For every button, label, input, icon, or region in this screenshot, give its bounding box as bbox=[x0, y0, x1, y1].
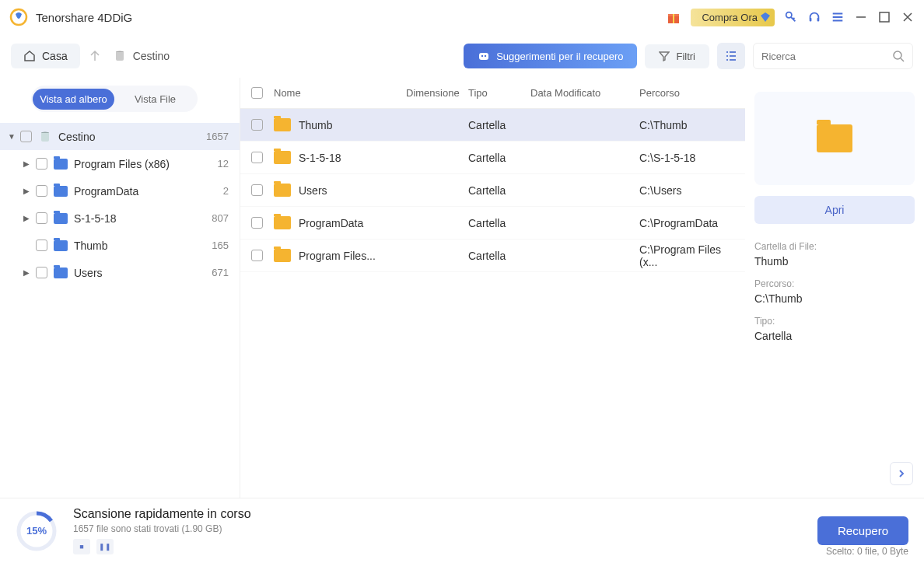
svg-rect-6 bbox=[810, 18, 812, 22]
table-row[interactable]: S-1-5-18 Cartella C:\S-1-5-18 bbox=[240, 142, 745, 174]
row-path: C:\S-1-5-18 bbox=[639, 152, 737, 164]
menu-icon[interactable] bbox=[831, 10, 845, 24]
row-path: C:\Thumb bbox=[639, 119, 737, 131]
view-mode-button[interactable] bbox=[717, 43, 745, 69]
folder-icon bbox=[274, 216, 291, 229]
tree-count: 807 bbox=[212, 212, 229, 224]
row-name: ProgramData bbox=[299, 217, 363, 229]
select-all-checkbox[interactable] bbox=[251, 87, 263, 99]
tree-count: 1657 bbox=[206, 131, 229, 142]
caret-down-icon[interactable]: ▼ bbox=[8, 132, 19, 141]
bot-icon bbox=[478, 50, 490, 62]
row-name: S-1-5-18 bbox=[299, 152, 341, 164]
stop-button[interactable]: ■ bbox=[73, 539, 90, 554]
tree-count: 12 bbox=[218, 158, 229, 170]
checkbox[interactable] bbox=[20, 131, 32, 142]
minimize-button[interactable] bbox=[854, 10, 868, 24]
caret-right-icon[interactable]: ▶ bbox=[23, 159, 34, 168]
maximize-button[interactable] bbox=[877, 10, 891, 24]
sidebar: Vista ad albero Vista File ▼ Cestino 165… bbox=[0, 78, 240, 498]
home-button[interactable]: Casa bbox=[11, 44, 80, 68]
checkbox[interactable] bbox=[251, 217, 263, 229]
checkbox[interactable] bbox=[36, 240, 47, 251]
checkbox[interactable] bbox=[36, 185, 47, 197]
folder-icon bbox=[274, 249, 291, 262]
search-icon bbox=[892, 50, 905, 62]
detail-path-value: C:\Thumb bbox=[754, 292, 915, 305]
home-icon bbox=[23, 50, 36, 62]
row-name: Users bbox=[299, 184, 327, 197]
tree-label: Users bbox=[74, 267, 212, 279]
folder-icon bbox=[54, 268, 68, 278]
table-row[interactable]: Program Files... Cartella C:\Program Fil… bbox=[240, 240, 745, 272]
footer: 15% Scansione rapidamente in corso 1657 … bbox=[0, 498, 924, 563]
trash-icon bbox=[113, 49, 127, 63]
table-row[interactable]: ProgramData Cartella C:\ProgramData bbox=[240, 207, 745, 240]
tree-count: 671 bbox=[212, 267, 229, 278]
search-box[interactable] bbox=[753, 43, 913, 69]
col-path[interactable]: Percorso bbox=[639, 87, 737, 99]
open-button[interactable]: Apri bbox=[754, 196, 915, 224]
close-button[interactable] bbox=[901, 10, 915, 24]
buy-now-button[interactable]: Compra Ora bbox=[691, 9, 775, 26]
detail-path-label: Percorso: bbox=[754, 278, 915, 289]
chevron-right-icon bbox=[897, 469, 906, 478]
checkbox[interactable] bbox=[36, 267, 47, 278]
tree-label: Cestino bbox=[58, 131, 206, 143]
detail-folder-value: Thumb bbox=[754, 255, 915, 268]
svg-rect-3 bbox=[673, 14, 674, 23]
progress-percent: 15% bbox=[16, 510, 58, 552]
filter-label: Filtri bbox=[676, 51, 695, 62]
row-name: Program Files... bbox=[299, 250, 376, 262]
breadcrumb[interactable]: Cestino bbox=[113, 49, 170, 63]
detail-type-label: Tipo: bbox=[754, 316, 915, 327]
key-icon[interactable] bbox=[784, 10, 798, 24]
gift-icon[interactable] bbox=[666, 9, 681, 25]
headphones-icon[interactable] bbox=[807, 10, 821, 24]
col-type[interactable]: Tipo bbox=[468, 87, 530, 99]
col-modified[interactable]: Data Modificato bbox=[530, 87, 639, 99]
row-type: Cartella bbox=[468, 250, 530, 262]
selection-info: Scelto: 0 file, 0 Byte bbox=[826, 546, 908, 557]
col-name[interactable]: Nome bbox=[274, 87, 406, 99]
pause-button[interactable]: ❚❚ bbox=[96, 539, 114, 554]
recover-button[interactable]: Recupero bbox=[817, 516, 908, 545]
suggestions-label: Suggerimenti per il recupero bbox=[496, 51, 623, 62]
caret-right-icon[interactable]: ▶ bbox=[23, 214, 34, 222]
folder-icon bbox=[274, 184, 291, 197]
checkbox[interactable] bbox=[36, 212, 47, 224]
table-row[interactable]: Thumb Cartella C:\Thumb bbox=[240, 109, 745, 142]
table-row[interactable]: Users Cartella C:\Users bbox=[240, 174, 745, 207]
tab-file-view[interactable]: Vista File bbox=[114, 89, 196, 110]
col-dimension[interactable]: Dimensione bbox=[406, 87, 468, 99]
up-button[interactable] bbox=[88, 49, 102, 63]
checkbox[interactable] bbox=[251, 152, 263, 163]
tree-count: 2 bbox=[223, 185, 229, 197]
tree-root-cestino[interactable]: ▼ Cestino 1657 bbox=[0, 123, 240, 150]
tab-tree-view[interactable]: Vista ad albero bbox=[33, 89, 114, 110]
checkbox[interactable] bbox=[36, 158, 47, 170]
search-input[interactable] bbox=[761, 51, 892, 62]
tree-item[interactable]: Thumb 165 bbox=[0, 232, 240, 259]
folder-icon bbox=[54, 186, 68, 197]
view-toggle: Vista ad albero Vista File bbox=[31, 86, 198, 112]
checkbox[interactable] bbox=[251, 119, 263, 131]
filter-button[interactable]: Filtri bbox=[645, 44, 709, 68]
tree-item[interactable]: ▶ S-1-5-18 807 bbox=[0, 205, 240, 232]
row-type: Cartella bbox=[468, 152, 530, 164]
svg-point-5 bbox=[786, 12, 792, 18]
checkbox[interactable] bbox=[251, 250, 263, 261]
folder-icon bbox=[54, 159, 68, 170]
tree-count: 165 bbox=[212, 240, 229, 251]
tree-item[interactable]: ▶ Program Files (x86) 12 bbox=[0, 150, 240, 177]
checkbox[interactable] bbox=[251, 184, 263, 196]
tree-item[interactable]: ▶ ProgramData 2 bbox=[0, 177, 240, 205]
next-page-button[interactable] bbox=[890, 462, 913, 485]
suggestions-button[interactable]: Suggerimenti per il recupero bbox=[464, 44, 637, 68]
tree-label: Thumb bbox=[74, 240, 212, 252]
tree-item[interactable]: ▶ Users 671 bbox=[0, 259, 240, 286]
caret-right-icon[interactable]: ▶ bbox=[23, 187, 34, 195]
caret-right-icon[interactable]: ▶ bbox=[23, 268, 34, 277]
svg-point-11 bbox=[481, 55, 483, 57]
scan-status: Scansione rapidamente in corso bbox=[73, 507, 251, 521]
